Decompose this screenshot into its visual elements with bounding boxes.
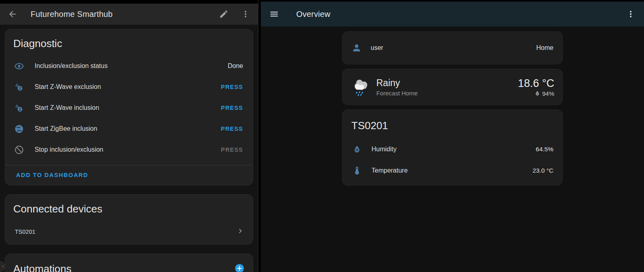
dots-vertical-icon [626, 9, 636, 19]
edit-button[interactable] [219, 9, 229, 19]
start-zigbee-inclusion-row: Start ZigBee inclusion PRESS [5, 118, 253, 139]
press-button[interactable]: PRESS [221, 126, 243, 132]
overflow-menu-button[interactable] [625, 9, 636, 19]
connected-devices-title: Connected devices [5, 195, 253, 221]
dashboard-title: Overview [296, 10, 330, 19]
water-percent-icon [352, 144, 362, 154]
row-label: Stop inclusion/exclusion [35, 146, 103, 153]
weather-humidity: 94% [542, 90, 554, 97]
row-label: Start Z-Wave exclusion [35, 83, 101, 91]
weather-entity-name: Forecast Home [376, 90, 418, 97]
arrow-left-icon [8, 9, 17, 19]
row-label: Inclusion/exclusion status [35, 62, 107, 70]
device-page-content: Diagnostic Inclusion/exclusion status Do… [0, 25, 258, 272]
hamburger-menu-icon [269, 9, 279, 19]
automations-card: Automations [5, 253, 253, 272]
row-state: Done [228, 62, 243, 70]
device-sensor-card: TS0201 Humidity 64.5% Temperature 23.0 °… [342, 109, 563, 185]
zigbee-icon [14, 124, 24, 134]
press-button-disabled: PRESS [221, 146, 243, 153]
rainy-weather-icon [351, 76, 372, 97]
pencil-icon [219, 9, 229, 19]
page-title: Futurehome Smarthub [31, 10, 113, 19]
chevron-right-icon [1, 264, 5, 269]
sensor-card-title: TS0201 [343, 117, 562, 138]
diagnostic-card-footer: ADD TO DASHBOARD [5, 165, 253, 185]
eye-icon [14, 61, 24, 71]
account-icon [351, 43, 362, 53]
entity-state: Home [536, 44, 553, 52]
device-name: TS0201 [15, 229, 35, 235]
overview-window: Overview user Home [261, 0, 644, 272]
diagnostic-card: Diagnostic Inclusion/exclusion status Do… [5, 29, 253, 185]
automations-title: Automations [13, 263, 72, 272]
sensor-value: 23.0 °C [533, 167, 553, 174]
device-page-window: Futurehome Smarthub Diagnostic [0, 0, 258, 272]
row-label: Start Z-Wave inclusion [35, 104, 99, 111]
diagnostic-card-title: Diagnostic [5, 29, 253, 56]
weather-condition: Rainy [376, 78, 418, 89]
row-label: Start ZigBee inclusion [35, 125, 97, 132]
svg-text:Z: Z [19, 107, 21, 111]
connected-device-item[interactable]: TS0201 [5, 221, 253, 243]
status-bar [0, 0, 258, 4]
add-automation-button[interactable] [234, 263, 245, 272]
inclusion-exclusion-status-row: Inclusion/exclusion status Done [5, 56, 253, 76]
user-entity-card[interactable]: user Home [342, 31, 563, 64]
weather-temperature: 18.6 °C [518, 77, 554, 89]
plus-circle-icon [234, 263, 245, 272]
sidebar-menu-button[interactable] [269, 9, 279, 19]
humidity-row[interactable]: Humidity 64.5% [343, 138, 562, 160]
overview-app-bar: Overview [261, 2, 644, 27]
entity-name: user [371, 44, 383, 52]
weather-forecast-card[interactable]: Rainy Forecast Home 18.6 °C 94% [342, 69, 563, 105]
chevron-right-icon [236, 227, 245, 237]
dashboard-content: user Home [261, 27, 644, 190]
stop-inclusion-exclusion-row: Stop inclusion/exclusion PRESS [5, 139, 253, 160]
press-button[interactable]: PRESS [221, 105, 243, 111]
sensor-name: Temperature [372, 167, 408, 174]
screen: Futurehome Smarthub Diagnostic [0, 0, 644, 272]
cancel-icon [14, 144, 24, 155]
device-app-bar: Futurehome Smarthub [0, 4, 258, 25]
connected-devices-card: Connected devices TS0201 [5, 194, 253, 245]
add-to-dashboard-button[interactable]: ADD TO DASHBOARD [16, 172, 88, 178]
water-percent-icon [534, 90, 541, 97]
zwave-icon: Z [14, 82, 24, 92]
dots-vertical-icon [241, 9, 250, 19]
zwave-icon: Z [14, 103, 24, 113]
sensor-value: 64.5% [536, 146, 553, 153]
thermometer-icon [352, 166, 362, 175]
back-button[interactable] [7, 9, 18, 19]
svg-text:Z: Z [19, 86, 21, 90]
sensor-name: Humidity [372, 146, 396, 153]
start-zwave-exclusion-row: Z Start Z-Wave exclusion PRESS [5, 76, 253, 97]
overflow-menu-button[interactable] [240, 9, 251, 19]
start-zwave-inclusion-row: Z Start Z-Wave inclusion PRESS [5, 97, 253, 118]
press-button[interactable]: PRESS [221, 84, 243, 90]
temperature-row[interactable]: Temperature 23.0 °C [343, 160, 562, 181]
